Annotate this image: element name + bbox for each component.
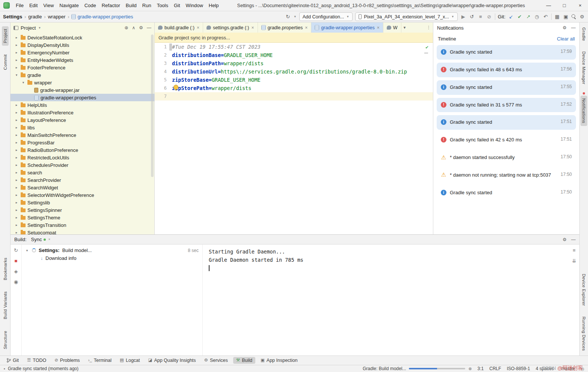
search-icon[interactable] xyxy=(571,14,576,19)
hide-build-panel-icon[interactable]: — xyxy=(571,237,576,242)
tab-gradle-properties[interactable]: gradle.properties× xyxy=(258,22,312,33)
menu-help[interactable]: Help xyxy=(206,2,222,9)
git-rollback-icon[interactable]: ↶ xyxy=(543,14,549,19)
file-encoding[interactable]: ISO-8859-1 xyxy=(507,366,530,371)
tree-chevron-icon[interactable]: ▸ xyxy=(14,133,19,137)
tree-chevron-icon[interactable]: ▸ xyxy=(14,111,19,114)
tree-chevron-icon[interactable]: ▸ xyxy=(14,43,19,47)
tool-window-app-quality-insights[interactable]: ◪App Quality Insights xyxy=(145,357,199,364)
notification-item[interactable]: iGradle sync started17:59 xyxy=(437,45,576,60)
tree-chevron-icon[interactable]: ▸ xyxy=(14,193,19,197)
menu-file[interactable]: File xyxy=(13,2,26,9)
tree-item-searchprovider[interactable]: ▸SearchProvider xyxy=(11,176,154,184)
tool-window-logcat[interactable]: ▤Logcat xyxy=(117,357,143,364)
tree-item-displaydensityutils[interactable]: ▸DisplayDensityUtils xyxy=(11,41,154,49)
tree-chevron-icon[interactable]: ▸ xyxy=(14,118,19,122)
tab-close-icon[interactable]: × xyxy=(197,25,199,30)
tab-w[interactable]: W xyxy=(383,22,401,33)
git-update-icon[interactable]: ↙ xyxy=(508,14,514,19)
tree-item-gradle-wrapper-properties[interactable]: gradle-wrapper.properties xyxy=(11,94,154,101)
menu-git[interactable]: Git xyxy=(171,2,183,9)
tab-close-icon[interactable]: × xyxy=(377,25,380,30)
tree-item-setupcompat[interactable]: ▸Setupcompat xyxy=(11,229,154,234)
tree-item-settingsspinner[interactable]: ▸SettingsSpinner xyxy=(11,206,154,214)
tree-chevron-icon[interactable]: ▸ xyxy=(14,51,19,54)
tree-item-selectorwithwidgetpreference[interactable]: ▸SelectorWithWidgetPreference xyxy=(11,191,154,199)
tree-chevron-icon[interactable]: ▸ xyxy=(14,163,19,167)
tool-window-button-device-explorer[interactable]: Device Explorer xyxy=(580,271,587,309)
tree-chevron-icon[interactable]: ▸ xyxy=(14,148,19,152)
project-view-chevron-icon[interactable]: ▾ xyxy=(38,26,41,30)
tree-chevron-icon[interactable]: ▸ xyxy=(14,171,19,174)
tree-chevron-icon[interactable]: ▸ xyxy=(14,223,19,227)
tree-item-entityheaderwidgets[interactable]: ▸EntityHeaderWidgets xyxy=(11,56,154,64)
menu-view[interactable]: View xyxy=(41,2,56,9)
hide-notifications-icon[interactable]: — xyxy=(571,25,576,30)
menu-build[interactable]: Build xyxy=(123,2,139,9)
tree-chevron-icon[interactable]: ▸ xyxy=(14,178,19,182)
run-configuration-select[interactable]: Add Configuration... ▾ xyxy=(299,12,353,21)
notification-item[interactable]: iGradle sync started17:51 xyxy=(437,115,576,130)
tool-window-app-inspection[interactable]: ▣App Inspection xyxy=(258,357,301,364)
tool-window-git[interactable]: Git xyxy=(4,357,22,364)
build-tab-sync[interactable]: Sync × xyxy=(31,237,51,242)
maximize-window-icon[interactable]: □ xyxy=(556,0,572,11)
notification-item[interactable]: ⚠* daemon started successfully17:50 xyxy=(437,150,576,165)
notification-item[interactable]: iGradle sync started17:50 xyxy=(437,186,576,200)
inspection-ok-icon[interactable]: ✔ xyxy=(425,44,428,50)
tool-window-button-commit[interactable]: Commit xyxy=(2,52,9,72)
tool-window-button-structure[interactable]: Structure xyxy=(2,328,9,352)
project-scrollbar[interactable] xyxy=(151,34,154,177)
tree-chevron-icon[interactable]: ▸ xyxy=(14,66,19,69)
tool-window-button-project[interactable]: Project xyxy=(2,26,9,46)
code-line-7[interactable]: 7 xyxy=(155,92,433,100)
build-tree-child[interactable]: ↓ Download info xyxy=(25,255,199,261)
filter-icon[interactable]: ◉ xyxy=(14,279,18,285)
tree-item-gradle[interactable]: ▾gradle xyxy=(11,71,154,79)
hidden-tabs-chevron-icon[interactable]: ▾ xyxy=(401,22,408,33)
menu-code[interactable]: Code xyxy=(82,2,99,9)
tree-chevron-icon[interactable]: ▸ xyxy=(14,58,19,62)
code-line-6[interactable]: 6zipStorePath=wrapper/dists xyxy=(155,84,433,92)
tab-settings-gradle[interactable]: settings.gradle (:)× xyxy=(203,22,258,33)
caret-position[interactable]: 3:1 xyxy=(478,366,484,371)
tree-chevron-icon[interactable]: ▾ xyxy=(21,81,26,84)
tree-item-search[interactable]: ▸search xyxy=(11,169,154,176)
menu-tools[interactable]: Tools xyxy=(154,2,171,9)
code-line-4[interactable]: 4distributionUrl=https\://services.gradl… xyxy=(155,68,433,76)
tool-window-build[interactable]: ⚒Build xyxy=(233,357,255,364)
code-line-2[interactable]: 2distributionBase=GRADLE_USER_HOME xyxy=(155,51,433,59)
tree-chevron-icon[interactable]: ▾ xyxy=(25,249,29,252)
tab-build-gradle[interactable]: build.gradle (:)× xyxy=(155,22,203,33)
cancel-task-icon[interactable]: ⊗ xyxy=(468,366,472,371)
tool-window-problems[interactable]: ⊘Problems xyxy=(51,357,83,364)
restart-build-icon[interactable]: ↻ xyxy=(14,248,18,253)
stop-build-icon[interactable]: ■ xyxy=(15,258,18,264)
breadcrumb-settings[interactable]: Settings xyxy=(3,14,22,20)
tool-window-terminal[interactable]: ›_Terminal xyxy=(85,357,115,364)
tree-chevron-icon[interactable]: ▸ xyxy=(14,231,19,234)
git-history-icon[interactable]: ◷ xyxy=(534,14,540,19)
code-line-3[interactable]: 3distributionPath=wrapper/dists xyxy=(155,59,433,68)
tree-item-layoutpreference[interactable]: ▸LayoutPreference xyxy=(11,116,154,124)
code-line-1[interactable]: 1#Tue Dec 19 17:55:47 CST 2023 xyxy=(155,43,433,51)
editor-options-kebab-icon[interactable]: ⋮ xyxy=(424,22,433,33)
tree-chevron-icon[interactable]: ▸ xyxy=(14,126,19,129)
tool-window-button-notifications[interactable]: Notifications xyxy=(580,92,587,126)
code-line-5[interactable]: 5zipStoreBase=GRADLE_USER_HOME xyxy=(155,76,433,84)
breadcrumb-gradle-wrapper-properties[interactable]: gradle-wrapper.properties xyxy=(71,14,133,20)
tree-chevron-icon[interactable]: ▸ xyxy=(14,36,19,39)
code-area[interactable]: 1#Tue Dec 19 17:55:47 CST 20232distribut… xyxy=(155,43,433,234)
tree-item-searchwidget[interactable]: ▸SearchWidget xyxy=(11,184,154,191)
tab-close-icon[interactable]: × xyxy=(252,25,254,30)
tool-window-services[interactable]: ⚙Services xyxy=(201,357,231,364)
tree-item-illustrationpreference[interactable]: ▸IllustrationPreference xyxy=(11,109,154,116)
tree-item-radiobuttonpreference[interactable]: ▸RadioButtonPreference xyxy=(11,146,154,154)
soft-wrap-icon[interactable]: ≡ xyxy=(573,248,576,253)
tree-chevron-icon[interactable]: ▸ xyxy=(14,208,19,212)
git-push-icon[interactable]: ↗ xyxy=(525,14,531,19)
tree-chevron-icon[interactable]: ▸ xyxy=(14,216,19,219)
apply-changes-icon[interactable]: ↺ xyxy=(469,14,475,19)
menu-run[interactable]: Run xyxy=(140,2,154,9)
build-tree-root[interactable]: ▾ Settings: Build model... 8 sec xyxy=(25,248,199,253)
